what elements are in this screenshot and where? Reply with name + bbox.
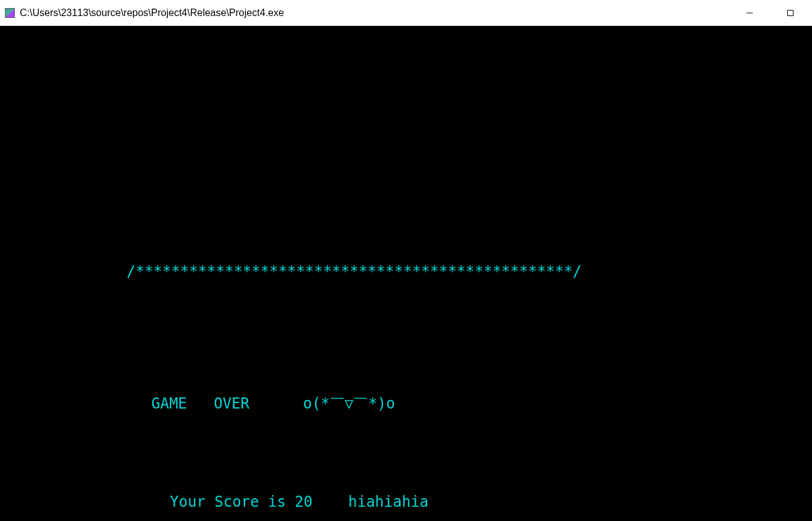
- app-icon: [5, 8, 15, 18]
- window-controls: [735, 3, 807, 23]
- console-content: /***************************************…: [0, 26, 582, 521]
- console-area[interactable]: /***************************************…: [0, 26, 812, 521]
- window-title: C:\Users\23113\source\repos\Project4\Rel…: [20, 7, 735, 19]
- maximize-button[interactable]: [776, 3, 805, 23]
- minimize-button[interactable]: [735, 3, 764, 23]
- svg-rect-1: [788, 10, 793, 15]
- minimize-icon: [746, 9, 753, 17]
- titlebar: C:\Users\23113\source\repos\Project4\Rel…: [0, 0, 812, 26]
- game-over-text: GAME OVER o(*￣▽￣*)o: [0, 396, 582, 412]
- score-text: Your Score is 20 hiahiahia: [0, 494, 582, 510]
- border-top: /***************************************…: [0, 263, 582, 279]
- maximize-icon: [787, 9, 794, 17]
